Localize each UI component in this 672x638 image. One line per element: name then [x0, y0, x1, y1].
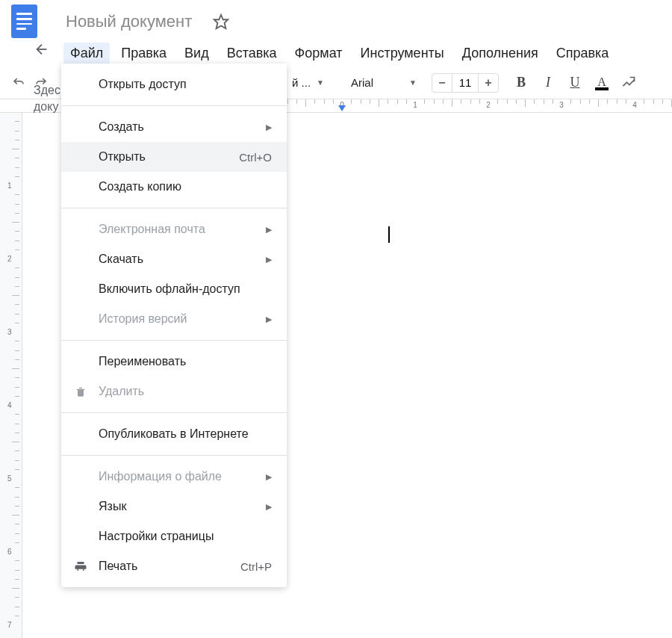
menu-item[interactable]: Включить офлайн-доступ: [61, 274, 287, 304]
chevron-down-icon: ▼: [409, 78, 417, 87]
menu-item: Удалить: [61, 377, 287, 406]
menu-item-label: Создать: [99, 120, 144, 134]
menu-item-label: Печать: [99, 560, 137, 573]
menu-item-label: История версий: [99, 312, 187, 326]
menu-item[interactable]: Открыть доступ: [61, 69, 287, 99]
chevron-down-icon: ▼: [317, 78, 324, 87]
menu-item-label: Открыть: [99, 150, 146, 164]
menu-item[interactable]: ПечатьCtrl+P: [61, 551, 287, 581]
menu-item-label: Переименовать: [99, 355, 186, 368]
menu-item-label: Открыть доступ: [99, 78, 187, 91]
text-color-button[interactable]: A: [593, 74, 611, 92]
file-menu-dropdown: Открыть доступСоздать▶ОткрытьCtrl+OСозда…: [61, 64, 287, 587]
menu-item-label: Удалить: [99, 385, 144, 398]
highlight-button[interactable]: [620, 74, 638, 92]
submenu-arrow-icon: ▶: [266, 225, 272, 235]
style-fragment: й ...: [292, 76, 311, 89]
trash-icon: [73, 385, 88, 397]
font-size-group: − 11 +: [432, 73, 499, 93]
menu-item[interactable]: Язык▶: [61, 492, 287, 521]
star-icon[interactable]: [213, 13, 229, 30]
menu-item: Электронная почта▶: [61, 214, 287, 244]
menu-инструменты[interactable]: Инструменты: [354, 43, 451, 64]
menu-item[interactable]: Опубликовать в Интернете: [61, 419, 287, 449]
menu-item[interactable]: Настройки страницы: [61, 521, 287, 551]
submenu-arrow-icon: ▶: [266, 123, 272, 132]
menu-item[interactable]: Создать▶: [61, 112, 287, 142]
menu-формат[interactable]: Формат: [288, 43, 349, 64]
font-size-decrease-button[interactable]: −: [432, 74, 452, 92]
menu-item: История версий▶: [61, 304, 287, 334]
menubar: ФайлПравкаВидВставкаФорматИнструментыДоп…: [0, 43, 672, 64]
font-name: Arial: [351, 76, 373, 89]
menu-item-label: Настройки страницы: [99, 530, 214, 543]
submenu-arrow-icon: ▶: [266, 255, 272, 264]
text-cursor: [388, 226, 390, 243]
font-dropdown[interactable]: Arial ▼: [346, 76, 421, 89]
menu-item-label: Скачать: [99, 253, 143, 266]
menu-item-label: Включить офлайн-доступ: [99, 282, 240, 296]
style-dropdown[interactable]: й ... ▼: [287, 76, 329, 89]
submenu-arrow-icon: ▶: [266, 472, 272, 482]
indent-marker[interactable]: [338, 105, 346, 111]
print-icon: [73, 560, 88, 573]
bold-button[interactable]: B: [512, 74, 530, 92]
menu-item-label: Электронная почта: [99, 223, 205, 236]
keyboard-shortcut: Ctrl+O: [239, 151, 272, 164]
docs-logo-icon[interactable]: [11, 4, 37, 38]
menu-дополнения[interactable]: Дополнения: [455, 43, 545, 64]
menu-item[interactable]: Создать копию: [61, 172, 287, 202]
submenu-arrow-icon: ▶: [266, 502, 272, 512]
menu-item[interactable]: Переименовать: [61, 347, 287, 377]
menu-справка[interactable]: Справка: [550, 43, 616, 64]
menu-item: Информация о файле▶: [61, 462, 287, 492]
menu-item-label: Опубликовать в Интернете: [99, 427, 249, 441]
menu-файл[interactable]: Файл: [63, 43, 110, 64]
menu-вставка[interactable]: Вставка: [220, 43, 284, 64]
back-arrow-icon[interactable]: [34, 41, 50, 58]
outline-text: Здесдоку: [34, 82, 60, 116]
menu-item[interactable]: ОткрытьCtrl+O: [61, 142, 287, 172]
font-size-increase-button[interactable]: +: [479, 74, 498, 92]
italic-button[interactable]: I: [539, 74, 557, 92]
document-title[interactable]: Новый документ: [66, 12, 192, 31]
undo-button[interactable]: [7, 72, 30, 94]
menu-item[interactable]: Скачать▶: [61, 244, 287, 274]
menu-правка[interactable]: Правка: [114, 43, 173, 64]
submenu-arrow-icon: ▶: [266, 315, 272, 324]
svg-marker-0: [214, 14, 228, 28]
font-size-value[interactable]: 11: [452, 74, 479, 92]
menu-item-label: Создать копию: [99, 180, 181, 193]
menu-item-label: Язык: [99, 500, 126, 513]
underline-button[interactable]: U: [566, 74, 584, 92]
keyboard-shortcut: Ctrl+P: [240, 560, 272, 573]
vertical-ruler[interactable]: 1234567: [3, 112, 24, 635]
header: Новый документ: [0, 0, 672, 43]
menu-вид[interactable]: Вид: [178, 43, 216, 64]
menu-item-label: Информация о файле: [99, 470, 222, 483]
